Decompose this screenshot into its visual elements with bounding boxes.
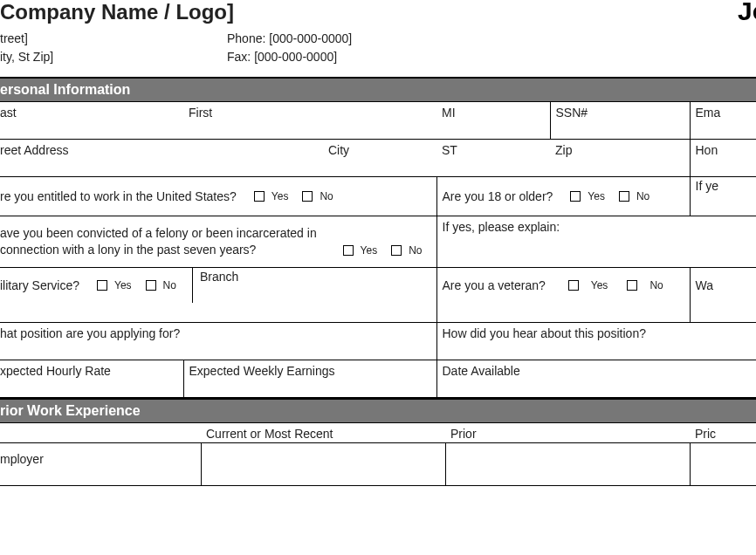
checkbox-work-no[interactable] [302,191,313,202]
label-ssn: SSN# [550,102,690,140]
label-weekly-earnings: Expected Weekly Earnings [183,360,436,397]
checkbox-military-yes[interactable] [97,280,107,291]
prior-work-table: Current or Most Recent Prior Pric mploye… [0,423,756,486]
label-home-phone: Hon [690,140,756,177]
field-employer-prior1[interactable] [445,442,690,485]
checkbox-work-yes[interactable] [254,191,265,202]
checkbox-18-yes[interactable] [570,191,581,202]
question-position: hat position are you applying for? [0,322,436,360]
document-header: Company Name / Logo] treet] Phone: [000-… [0,0,756,77]
checkbox-veteran-yes[interactable] [568,280,579,291]
label-branch: Branch [192,268,238,303]
personal-info-table: ast First MI SSN# Ema reet Address City … [0,102,756,398]
label-zip: Zip [550,140,690,177]
company-phone: Phone: [000-000-0000] [227,30,352,48]
section-personal-information: ersonal Information [0,77,756,102]
label-employer: mployer [0,442,201,485]
label-st: ST [436,140,550,177]
checkbox-felony-no[interactable] [391,245,402,256]
label-date-available: Date Available [436,360,756,397]
label-prior-1: Prior [445,423,690,443]
label-hourly-rate: xpected Hourly Rate [0,360,183,397]
checkbox-military-no[interactable] [146,280,156,291]
question-over-18: Are you 18 or older? Yes No [436,177,690,216]
label-city: City [323,140,436,177]
company-city-st-zip: ity, St Zip] [0,48,227,66]
field-felony-explain: If yes, please explain: [436,216,756,268]
label-email: Ema [690,102,756,140]
question-work-entitled: re you entitled to work in the United St… [0,177,436,216]
field-employer-current[interactable] [201,442,445,485]
field-employer-prior2[interactable] [690,442,756,485]
label-current-recent: Current or Most Recent [201,423,445,443]
label-mi: MI [436,102,550,140]
checkbox-felony-yes[interactable] [343,245,354,256]
question-veteran: Are you a veteran? Yes No [436,267,690,322]
checkbox-veteran-no[interactable] [627,280,637,291]
label-first: First [183,102,436,140]
label-prior-2: Pric [690,423,756,443]
label-war: Wa [690,267,756,322]
question-felony: ave you been convicted of a felony or be… [0,216,436,268]
label-street-address: reet Address [0,140,323,177]
document-title: Jo [738,0,756,26]
label-employer-header [0,423,201,443]
label-if-yes-short: If ye [690,177,756,216]
label-last: ast [0,102,183,140]
checkbox-18-no[interactable] [619,191,629,202]
question-how-hear: How did you hear about this position? [436,322,756,360]
question-military: ilitary Service? Yes No Branch [0,267,436,322]
section-prior-work: rior Work Experience [0,398,756,423]
company-logo-placeholder: Company Name / Logo] [0,0,756,24]
company-fax: Fax: [000-000-0000] [227,48,337,66]
company-street: treet] [0,30,227,48]
